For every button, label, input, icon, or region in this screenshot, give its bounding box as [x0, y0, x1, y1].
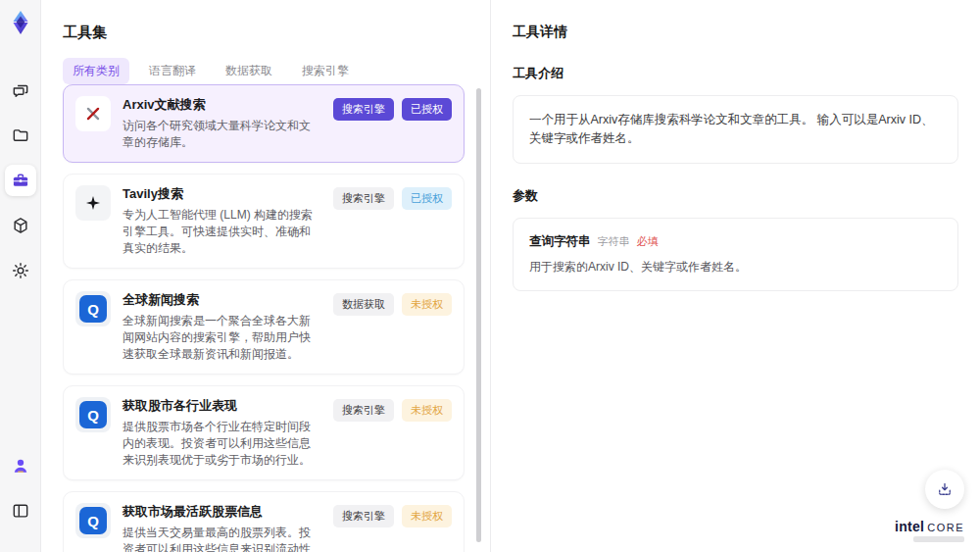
- folder-icon: [11, 125, 30, 145]
- tool-badges: 搜索引擎 已授权: [333, 96, 452, 151]
- param-description: 用于搜索的Arxiv ID、关键字或作者姓名。: [529, 259, 942, 276]
- category-badge: 搜索引擎: [333, 399, 394, 422]
- tool-badges: 搜索引擎 未授权: [333, 503, 452, 552]
- tab-language-translation[interactable]: 语言翻译: [139, 58, 206, 84]
- tool-badges: 数据获取 未授权: [333, 291, 452, 363]
- tool-card-arxiv[interactable]: Arxiv文献搜索 访问各个研究领域大量科学论文和文章的存储库。 搜索引擎 已授…: [63, 84, 465, 163]
- tool-text: Tavily搜索 专为人工智能代理 (LLM) 构建的搜索引擎工具。可快速提供实…: [122, 185, 321, 257]
- category-badge: 搜索引擎: [333, 505, 394, 527]
- page-title: 工具集: [41, 0, 490, 42]
- auth-status-badge: 未授权: [402, 505, 452, 527]
- intro-section-heading: 工具介绍: [513, 65, 958, 82]
- avatar-icon: [11, 456, 30, 476]
- intro-text: 一个用于从Arxiv存储库搜索科学论文和文章的工具。 输入可以是Arxiv ID…: [529, 111, 942, 148]
- sidebar-item-collapse[interactable]: [5, 495, 36, 527]
- download-icon: [936, 480, 954, 498]
- tool-card-active-stocks[interactable]: Q 获取市场最活跃股票信息 提供当天交易量最高的股票列表。投资者可以利用这些信息…: [63, 491, 465, 552]
- tool-detail-panel: 工具详情 工具介绍 一个用于从Arxiv存储库搜索科学论文和文章的工具。 输入可…: [490, 0, 980, 552]
- param-name: 查询字符串: [529, 233, 591, 250]
- q-letter-glyph: Q: [79, 401, 107, 428]
- brand-subtext-blur: [913, 536, 964, 542]
- category-badge: 数据获取: [333, 293, 394, 316]
- sidebar-item-packages[interactable]: [5, 210, 36, 241]
- tab-all-categories[interactable]: 所有类别: [63, 58, 129, 84]
- download-button[interactable]: [925, 470, 964, 509]
- auth-status-badge: 已授权: [402, 187, 452, 210]
- tool-description: 专为人工智能代理 (LLM) 构建的搜索引擎工具。可快速提供实时、准确和真实的结…: [122, 207, 321, 257]
- sidebar-item-tools[interactable]: [5, 165, 36, 196]
- q-app-icon: Q: [75, 291, 111, 326]
- tool-card-global-news[interactable]: Q 全球新闻搜索 全球新闻搜索是一个聚合全球各大新闻网站内容的搜索引擎，帮助用户…: [63, 279, 465, 375]
- tool-name: Arxiv文献搜索: [122, 96, 321, 114]
- sidebar-item-files[interactable]: [5, 120, 36, 151]
- q-app-icon: Q: [75, 397, 111, 432]
- category-badge: 搜索引擎: [333, 187, 394, 210]
- tool-badges: 搜索引擎 已授权: [333, 185, 452, 257]
- intro-card: 一个用于从Arxiv存储库搜索科学论文和文章的工具。 输入可以是Arxiv ID…: [513, 95, 958, 164]
- tool-description: 全球新闻搜索是一个聚合全球各大新闻网站内容的搜索引擎，帮助用户快速获取全球最新资…: [122, 313, 321, 363]
- tool-list-panel: 工具集 所有类别 语言翻译 数据获取 搜索引擎 Arxiv文献搜索 访问各个研究…: [41, 0, 490, 552]
- param-header-line: 查询字符串 字符串 必填: [529, 233, 942, 250]
- tool-text: Arxiv文献搜索 访问各个研究领域大量科学论文和文章的存储库。: [122, 96, 321, 151]
- q-app-icon: Q: [75, 503, 111, 538]
- params-section-heading: 参数: [513, 187, 958, 205]
- auth-status-badge: 已授权: [402, 98, 452, 121]
- tool-card-sector-performance[interactable]: Q 获取股市各行业表现 提供股票市场各个行业在特定时间段内的表现。投资者可以利用…: [63, 385, 465, 480]
- tool-name: 获取市场最活跃股票信息: [122, 503, 321, 521]
- intel-core-logo: intel CORE: [895, 520, 964, 542]
- tab-search-engine[interactable]: 搜索引擎: [292, 58, 359, 84]
- chat-icon: [11, 80, 30, 100]
- sidebar-item-account[interactable]: [5, 450, 36, 481]
- panel-toggle-icon: [11, 501, 30, 521]
- tool-text: 获取市场最活跃股票信息 提供当天交易量最高的股票列表。投资者可以利用这些信息来识…: [122, 503, 321, 552]
- tool-badges: 搜索引擎 未授权: [333, 397, 452, 469]
- intel-wordmark: intel: [895, 520, 924, 533]
- q-letter-glyph: Q: [79, 507, 107, 534]
- tool-description: 提供当天交易量最高的股票列表。投资者可以利用这些信息来识别流动性强的股票和潜在的…: [122, 525, 321, 552]
- tool-text: 全球新闻搜索 全球新闻搜索是一个聚合全球各大新闻网站内容的搜索引擎，帮助用户快速…: [122, 291, 321, 363]
- tool-name: 全球新闻搜索: [122, 291, 321, 309]
- tool-name: 获取股市各行业表现: [122, 397, 321, 415]
- auth-status-badge: 未授权: [402, 293, 452, 316]
- settings-icon: [11, 261, 30, 280]
- tool-card-tavily[interactable]: Tavily搜索 专为人工智能代理 (LLM) 构建的搜索引擎工具。可快速提供实…: [63, 174, 465, 269]
- tool-name: Tavily搜索: [122, 185, 321, 203]
- toolbox-icon: [11, 171, 30, 190]
- q-letter-glyph: Q: [79, 295, 107, 323]
- param-card: 查询字符串 字符串 必填 用于搜索的Arxiv ID、关键字或作者姓名。: [513, 218, 958, 291]
- param-required-flag: 必填: [637, 234, 659, 249]
- cube-icon: [11, 216, 30, 235]
- app-window: 工具集 所有类别 语言翻译 数据获取 搜索引擎 Arxiv文献搜索 访问各个研究…: [0, 0, 980, 552]
- tool-card-list: Arxiv文献搜索 访问各个研究领域大量科学论文和文章的存储库。 搜索引擎 已授…: [63, 84, 465, 552]
- tavily-star-icon: [75, 185, 111, 221]
- sidebar-item-chat[interactable]: [5, 75, 36, 106]
- sidebar-item-settings[interactable]: [5, 255, 36, 286]
- tool-text: 获取股市各行业表现 提供股票市场各个行业在特定时间段内的表现。投资者可以利用这些…: [122, 397, 321, 469]
- core-wordmark: CORE: [927, 523, 964, 533]
- icon-rail: [0, 0, 41, 552]
- category-badge: 搜索引擎: [333, 98, 394, 121]
- app-logo-icon: [8, 10, 33, 35]
- arxiv-logo-icon: [75, 96, 111, 131]
- list-scrollbar[interactable]: [476, 88, 481, 542]
- param-type: 字符串: [598, 234, 630, 249]
- auth-status-badge: 未授权: [402, 399, 452, 422]
- tool-description: 提供股票市场各个行业在特定时间段内的表现。投资者可以利用这些信息来识别表现优于或…: [122, 419, 321, 469]
- detail-panel-title: 工具详情: [513, 24, 958, 41]
- tab-data-acquisition[interactable]: 数据获取: [216, 58, 282, 84]
- tool-description: 访问各个研究领域大量科学论文和文章的存储库。: [122, 118, 321, 151]
